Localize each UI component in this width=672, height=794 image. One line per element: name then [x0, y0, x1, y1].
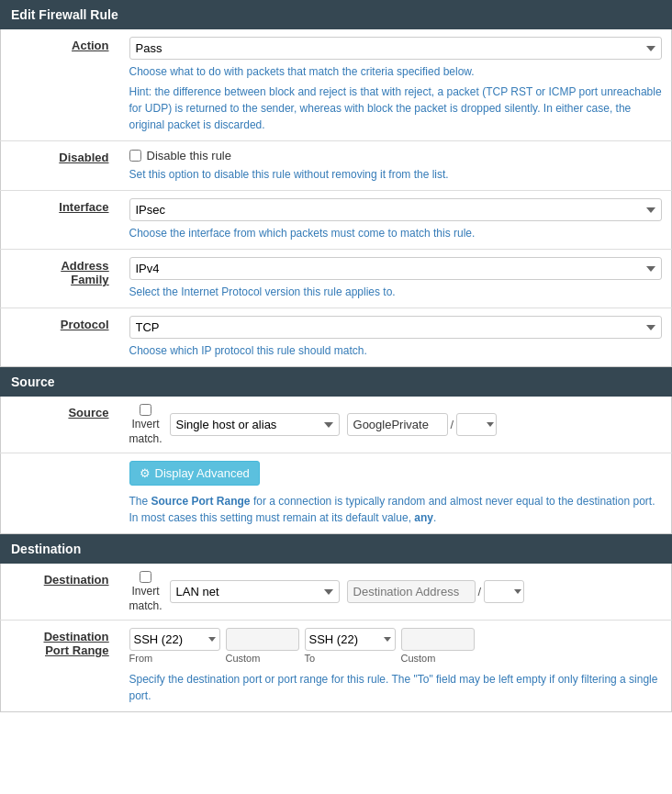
destination-table: Destination Invert match. LAN net any Si… — [0, 564, 672, 712]
protocol-label-cell: Protocol — [1, 308, 120, 367]
source-content-cell: Invert match. Single host or alias any L… — [120, 397, 672, 453]
display-advanced-content-cell: ⚙ Display Advanced The Source Port Range… — [120, 453, 672, 534]
destination-invert-label: Invert — [132, 585, 160, 598]
destination-port-range-label: Destination Port Range — [44, 630, 109, 657]
address-family-label: Address Family — [61, 259, 108, 286]
source-port-range-bold: Source Port Range — [151, 495, 251, 508]
source-input-row: Invert match. Single host or alias any L… — [129, 404, 663, 445]
destination-input-row: Invert match. LAN net any Single host or… — [129, 571, 663, 612]
action-content-cell: Pass Block Reject Choose what to do with… — [120, 29, 672, 141]
page-title: Edit Firewall Rule — [0, 0, 672, 29]
source-invert-checkbox[interactable] — [140, 404, 151, 416]
protocol-hint: Choose which IP protocol this rule shoul… — [129, 342, 663, 359]
to-port-select[interactable]: SSH (22) HTTP (80) HTTPS (443) any — [305, 628, 396, 651]
source-row: Source Invert match. Single host or alia… — [1, 397, 672, 453]
source-port-hint: The Source Port Range for a connection i… — [129, 493, 663, 526]
action-select[interactable]: Pass Block Reject — [129, 37, 662, 60]
to-label: To — [305, 653, 316, 664]
source-label-cell: Source — [1, 397, 120, 453]
port-range-inputs: SSH (22) HTTP (80) HTTPS (443) any From — [129, 628, 663, 664]
source-section-header: Source — [0, 367, 672, 397]
to-port-group: SSH (22) HTTP (80) HTTPS (443) any To — [305, 628, 396, 664]
address-family-select[interactable]: IPv4 IPv6 IPv4+IPv6 — [129, 257, 662, 280]
disabled-hint: Set this option to disable this rule wit… — [129, 166, 663, 183]
disabled-checkbox-row: Disable this rule — [129, 149, 663, 162]
interface-select[interactable]: IPsec LAN WAN — [129, 198, 662, 221]
destination-invert-checkbox[interactable] — [140, 571, 151, 583]
display-advanced-label: Display Advanced — [155, 466, 250, 480]
gear-icon: ⚙ — [140, 466, 151, 480]
protocol-label: Protocol — [61, 318, 109, 331]
port-range-hint: Specify the destination port or port ran… — [129, 671, 663, 704]
address-family-content-cell: IPv4 IPv6 IPv4+IPv6 Select the Internet … — [120, 250, 672, 308]
destination-type-select[interactable]: LAN net any Single host or alias WAN net — [170, 580, 340, 603]
to-custom-input[interactable] — [401, 628, 475, 651]
display-advanced-label-cell — [1, 453, 120, 534]
source-match-text: match. — [129, 432, 162, 445]
to-custom-label: Custom — [401, 653, 436, 664]
source-section-title: Source — [11, 375, 54, 389]
source-invert-group: Invert match. — [129, 404, 162, 445]
destination-slash-select[interactable]: /8 /16 /24 /32 — [484, 580, 524, 603]
source-label: Source — [68, 406, 108, 419]
disabled-label-cell: Disabled — [1, 141, 120, 191]
destination-match-text: match. — [129, 599, 162, 612]
action-hint1: Choose what to do with packets that matc… — [129, 63, 663, 80]
protocol-content-cell: TCP UDP ICMP any Choose which IP protoco… — [120, 308, 672, 367]
protocol-select[interactable]: TCP UDP ICMP any — [129, 316, 662, 339]
from-port-group: SSH (22) HTTP (80) HTTPS (443) any From — [129, 628, 220, 664]
disabled-checkbox-label: Disable this rule — [147, 149, 232, 162]
interface-row: Interface IPsec LAN WAN Choose the inter… — [1, 191, 672, 250]
action-label: Action — [72, 39, 108, 52]
display-advanced-button[interactable]: ⚙ Display Advanced — [129, 461, 260, 486]
destination-address-group: / /8 /16 /24 /32 — [347, 580, 525, 603]
form-table: Action Pass Block Reject Choose what to … — [0, 29, 672, 367]
from-custom-input[interactable] — [226, 628, 299, 651]
to-custom-group: Custom — [401, 628, 475, 664]
from-port-row: SSH (22) HTTP (80) HTTPS (443) any — [129, 628, 220, 651]
destination-row: Destination Invert match. LAN net any Si… — [1, 564, 672, 621]
source-table: Source Invert match. Single host or alia… — [0, 397, 672, 534]
protocol-row: Protocol TCP UDP ICMP any Choose which I… — [1, 308, 672, 367]
display-advanced-row: ⚙ Display Advanced The Source Port Range… — [1, 453, 672, 534]
disabled-label: Disabled — [59, 151, 108, 164]
from-port-select[interactable]: SSH (22) HTTP (80) HTTPS (443) any — [129, 628, 220, 651]
action-label-cell: Action — [1, 29, 120, 141]
action-row: Action Pass Block Reject Choose what to … — [1, 29, 672, 141]
from-custom-row — [226, 628, 299, 651]
from-custom-label: Custom — [226, 653, 261, 664]
address-family-hint: Select the Internet Protocol version thi… — [129, 284, 663, 300]
source-address-input[interactable] — [347, 413, 448, 436]
edit-firewall-rule-container: Edit Firewall Rule Action Pass Block Rej… — [0, 0, 672, 712]
destination-section-title: Destination — [11, 542, 81, 556]
source-invert-label: Invert — [132, 418, 160, 431]
destination-label: Destination — [44, 573, 109, 587]
action-hint2: Hint: the difference between block and r… — [129, 84, 663, 133]
from-label: From — [129, 653, 153, 664]
destination-port-range-label-cell: Destination Port Range — [1, 621, 120, 712]
destination-address-input[interactable] — [347, 580, 476, 603]
to-custom-row — [401, 628, 475, 651]
disabled-checkbox[interactable] — [129, 150, 141, 162]
any-bold: any — [414, 511, 433, 524]
interface-hint: Choose the interface from which packets … — [129, 225, 663, 241]
destination-label-cell: Destination — [1, 564, 120, 621]
destination-invert-group: Invert match. — [129, 571, 162, 612]
source-type-select[interactable]: Single host or alias any LAN net WAN net — [170, 413, 340, 436]
destination-port-range-row: Destination Port Range SSH (22) HTTP (80… — [1, 621, 672, 712]
interface-label: Interface — [59, 200, 108, 214]
page-title-text: Edit Firewall Rule — [11, 7, 118, 22]
destination-section-header: Destination — [0, 534, 672, 564]
address-family-label-cell: Address Family — [1, 250, 120, 308]
address-family-row: Address Family IPv4 IPv6 IPv4+IPv6 Selec… — [1, 250, 672, 308]
to-port-row: SSH (22) HTTP (80) HTTPS (443) any — [305, 628, 396, 651]
from-custom-group: Custom — [226, 628, 299, 664]
disabled-row: Disabled Disable this rule Set this opti… — [1, 141, 672, 191]
interface-content-cell: IPsec LAN WAN Choose the interface from … — [120, 191, 672, 250]
source-slash-select[interactable]: /8 /16 /24 /32 — [456, 413, 497, 436]
disabled-content-cell: Disable this rule Set this option to dis… — [120, 141, 672, 191]
source-address-group: / /8 /16 /24 /32 — [347, 413, 498, 436]
destination-content-cell: Invert match. LAN net any Single host or… — [120, 564, 672, 621]
destination-port-range-content-cell: SSH (22) HTTP (80) HTTPS (443) any From — [120, 621, 672, 712]
interface-label-cell: Interface — [1, 191, 120, 250]
